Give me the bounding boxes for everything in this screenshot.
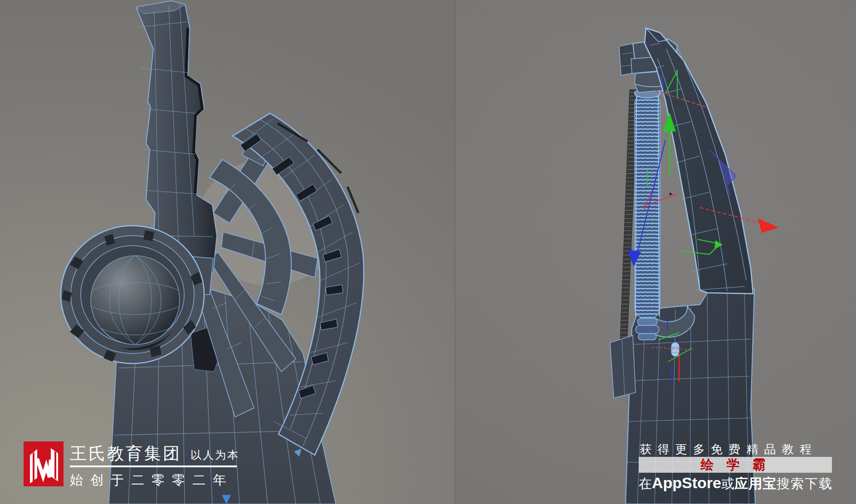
screenshot-canvas: 王氏教育集团 以人为本 始 创 于 二 零 零 二 年 获 得 更 多 免 费 … (0, 0, 856, 504)
brand-name: 绘 学 霸 (700, 456, 770, 474)
viewport-divider (455, 0, 455, 504)
conjunction: 或 (721, 475, 734, 493)
watermark-left: 王氏教育集团 以人为本 始 创 于 二 零 零 二 年 (24, 441, 241, 489)
brand-bar: 绘 学 霸 (639, 457, 832, 473)
download-instruction: 在 AppStore 或 应用宝 搜索下载 (639, 474, 833, 493)
download-suffix: 搜索下载 (777, 475, 833, 493)
download-prefix: 在 (639, 475, 652, 493)
right-viewport[interactable] (455, 0, 856, 504)
pivot-dot (670, 193, 672, 195)
company-slogan: 以人为本 (191, 448, 240, 462)
gizmo-x-axis-arrow[interactable] (758, 218, 779, 233)
store-yingyongbao: 应用宝 (734, 475, 777, 493)
watermark-right: 获 得 更 多 免 费 精 品 教 程 绘 学 霸 在 AppStore 或 应… (639, 441, 834, 493)
selected-component[interactable] (671, 343, 679, 356)
logo-w-icon (24, 441, 64, 486)
left-wireframe-render (0, 0, 455, 504)
right-wireframe-render (455, 0, 856, 504)
store-appstore: AppStore (652, 474, 721, 492)
company-logo (24, 441, 64, 486)
company-name: 王氏教育集团 (70, 442, 181, 465)
promo-text: 获 得 更 多 免 费 精 品 教 程 (640, 441, 813, 457)
left-viewport[interactable] (0, 0, 455, 504)
founded-year-text: 始 创 于 二 零 零 二 年 (70, 471, 228, 489)
model-blade-slab (645, 28, 753, 294)
watermark-divider-line (70, 465, 237, 467)
